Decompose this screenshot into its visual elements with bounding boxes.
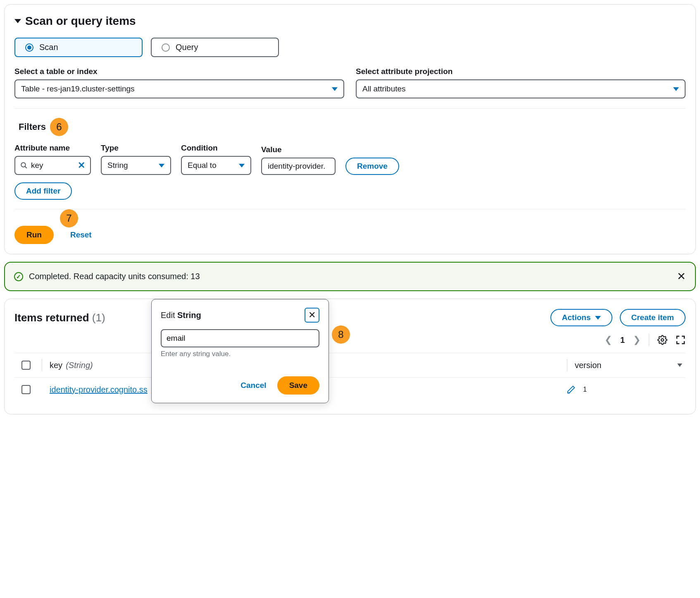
condition-value: Equal to (188, 161, 217, 170)
table-select-value: Table - res-jan19.cluster-settings (21, 84, 135, 93)
svg-point-2 (661, 339, 664, 341)
chevron-down-icon (595, 316, 601, 320)
pager-row: ❮ 1 ❯ (14, 334, 686, 346)
chevron-down-icon (159, 164, 164, 167)
filters-header[interactable]: Filters 6 (14, 118, 686, 136)
sort-icon (677, 364, 682, 367)
success-alert: ✓ Completed. Read capacity units consume… (4, 262, 696, 291)
attribute-name-value: key (31, 161, 74, 170)
close-icon[interactable]: ✕ (677, 270, 686, 283)
save-button[interactable]: Save (277, 376, 319, 395)
projection-select[interactable]: All attributes (356, 79, 686, 98)
edit-string-popup: Edit String ✕ Enter any string value. Ca… (151, 299, 329, 403)
items-header-row: Items returned (1) Actions Create item (14, 309, 686, 326)
scan-query-title: Scan or query items (25, 14, 136, 28)
radio-icon (25, 43, 33, 52)
row-select-cell (18, 385, 34, 394)
filter-row: Attribute name key ✕ Type String Conditi… (14, 144, 686, 175)
value-input[interactable]: identity-provider. (261, 158, 336, 175)
edit-cell (551, 385, 576, 394)
value-field: Value identity-provider. (261, 145, 336, 175)
version-value: 1 (583, 386, 587, 393)
add-filter-button[interactable]: Add filter (14, 182, 72, 200)
divider (14, 108, 686, 109)
version-cell: 1 (583, 386, 682, 393)
table-header: key (String) version (14, 353, 686, 378)
reset-button[interactable]: Reset (70, 230, 92, 239)
divider (649, 334, 649, 346)
scan-query-header[interactable]: Scan or query items (14, 14, 686, 28)
close-icon[interactable]: ✕ (305, 308, 319, 323)
edit-value-input[interactable] (161, 329, 319, 347)
projection-select-label: Select attribute projection (356, 67, 686, 76)
value-value: identity-provider. (268, 162, 325, 170)
pencil-icon[interactable] (567, 385, 576, 394)
edit-type-label: String (177, 311, 201, 320)
scan-radio[interactable]: Scan (14, 38, 143, 57)
divider (14, 209, 686, 209)
chevron-down-icon (239, 164, 245, 167)
next-page-button[interactable]: ❯ (633, 335, 640, 345)
page-number: 1 (620, 335, 625, 345)
table-select-label: Select a table or index (14, 67, 344, 76)
select-all-checkbox[interactable] (21, 361, 31, 370)
condition-field: Condition Equal to (181, 144, 251, 175)
row-checkbox[interactable] (21, 385, 31, 394)
items-title-text: Items returned (14, 311, 89, 324)
items-count: (1) (92, 311, 105, 324)
divider (42, 359, 42, 371)
annotation-badge-6: 6 (50, 118, 68, 136)
scan-radio-label: Scan (39, 43, 58, 52)
svg-point-0 (21, 163, 26, 167)
divider (567, 359, 567, 371)
actions-dropdown[interactable]: Actions (550, 309, 612, 326)
condition-select[interactable]: Equal to (181, 156, 251, 175)
check-circle-icon: ✓ (14, 272, 23, 281)
attribute-name-label: Attribute name (14, 144, 91, 153)
create-item-button[interactable]: Create item (620, 309, 686, 326)
popup-title: Edit String (161, 311, 201, 320)
value-label: Value (261, 145, 336, 154)
svg-line-1 (25, 166, 27, 168)
query-radio[interactable]: Query (151, 38, 279, 57)
filters-title: Filters (19, 122, 46, 132)
chevron-down-icon (673, 87, 679, 91)
type-value: String (107, 161, 128, 170)
clear-icon[interactable]: ✕ (78, 160, 85, 171)
table-select[interactable]: Table - res-jan19.cluster-settings (14, 79, 344, 98)
version-column-label: version (575, 361, 601, 370)
cancel-button[interactable]: Cancel (240, 381, 266, 390)
select-all-cell (18, 361, 34, 370)
projection-select-field: Select attribute projection All attribut… (356, 67, 686, 98)
alert-text: Completed. Read capacity units consumed:… (29, 272, 671, 281)
key-column-label: key (50, 361, 62, 370)
items-returned-panel: Items returned (1) Actions Create item ❮… (4, 299, 696, 414)
items-title: Items returned (1) (14, 311, 105, 324)
scan-query-mode: Scan Query (14, 38, 686, 57)
version-column-header[interactable]: version (575, 361, 682, 370)
edit-label: Edit (161, 311, 175, 320)
annotation-badge-7: 7 (60, 209, 78, 227)
key-column-type: (String) (66, 361, 93, 370)
expand-icon[interactable] (676, 335, 686, 345)
remove-filter-button[interactable]: Remove (345, 158, 399, 175)
chevron-down-icon (332, 87, 338, 91)
prev-page-button[interactable]: ❮ (605, 335, 612, 345)
annotation-badge-8: 8 (332, 325, 350, 344)
run-button[interactable]: Run (14, 226, 54, 244)
popup-button-row: Cancel Save (161, 376, 319, 395)
type-field: Type String (101, 144, 171, 175)
caret-down-icon (14, 19, 21, 23)
table-row: identity-provider.cognito.ss 1 (14, 378, 686, 402)
attribute-name-field: Attribute name key ✕ (14, 144, 91, 175)
actions-label: Actions (562, 313, 591, 322)
select-row: Select a table or index Table - res-jan1… (14, 67, 686, 98)
condition-label: Condition (181, 144, 251, 153)
attribute-name-input[interactable]: key ✕ (14, 156, 91, 175)
search-icon (20, 162, 28, 169)
type-select[interactable]: String (101, 156, 171, 175)
edit-help-text: Enter any string value. (161, 350, 319, 358)
scan-query-panel: Scan or query items Scan Query Select a … (4, 4, 696, 254)
type-label: Type (101, 144, 171, 153)
gear-icon[interactable] (657, 335, 667, 345)
